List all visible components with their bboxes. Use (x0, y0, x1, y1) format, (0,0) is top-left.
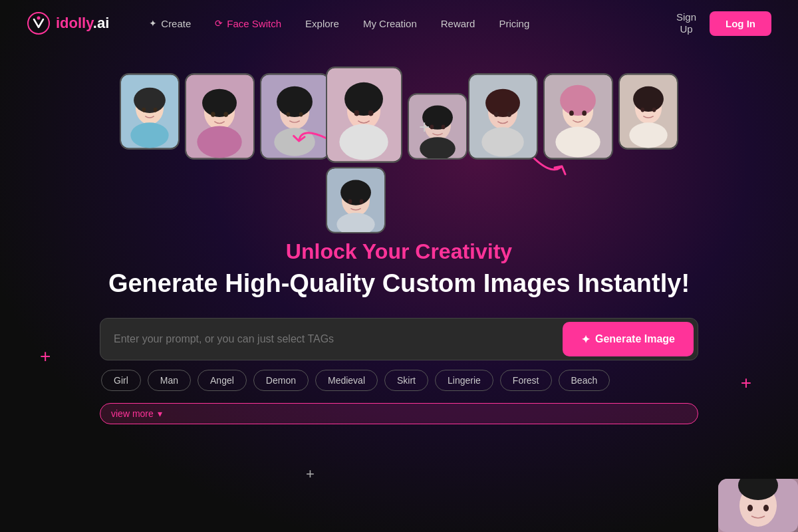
tag-skirt[interactable]: Skirt (384, 370, 428, 391)
headline-section: Unlock Your Creativity Generate High-Qua… (108, 239, 690, 298)
svg-point-37 (442, 125, 446, 130)
photo-card-center-sm (326, 167, 386, 233)
svg-point-60 (763, 505, 769, 511)
svg-point-47 (560, 85, 596, 116)
svg-point-12 (211, 112, 215, 117)
svg-point-54 (641, 108, 645, 112)
nav-links: ✦ Create ⟳ Face Switch Explore My Creati… (149, 18, 676, 29)
logo-text: idolly.ai (56, 15, 109, 32)
photo-card-right-2 (543, 73, 613, 160)
svg-point-40 (481, 127, 523, 156)
tags-section: Girl Man Angel Demon Medieval Skirt Ling… (100, 370, 698, 391)
svg-point-42 (494, 112, 499, 117)
svg-point-13 (223, 112, 228, 117)
svg-point-4 (130, 122, 168, 148)
svg-point-36 (430, 125, 434, 130)
photo-card-center-sm2 (408, 93, 467, 160)
svg-point-1 (37, 17, 41, 20)
plus-center: + (419, 116, 430, 138)
search-section: ✦ Generate Image (100, 318, 698, 360)
svg-point-59 (747, 505, 753, 511)
create-icon: ✦ (149, 18, 157, 29)
photo-card-1 (120, 73, 180, 150)
svg-point-5 (134, 88, 166, 113)
svg-point-52 (629, 122, 667, 148)
photo-card-center-main (326, 66, 402, 163)
photo-collage: + (100, 60, 698, 233)
view-more-section: view more ▾ (100, 398, 698, 424)
photo-card-right-3 (618, 73, 678, 150)
generate-button[interactable]: ✦ Generate Image (563, 322, 694, 356)
svg-point-41 (485, 89, 520, 117)
svg-point-0 (28, 13, 49, 34)
headline: Generate High-Quality Custom Images Inst… (108, 269, 690, 298)
nav-item-explore[interactable]: Explore (305, 18, 339, 29)
svg-point-11 (202, 89, 237, 117)
tagline: Unlock Your Creativity (108, 239, 690, 264)
tag-lingerie[interactable]: Lingerie (435, 370, 493, 391)
photo-group-center (326, 66, 467, 233)
svg-point-7 (154, 108, 158, 112)
search-bar: ✦ Generate Image (100, 318, 698, 360)
nav-item-reward[interactable]: Reward (441, 18, 475, 29)
photo-group-right (468, 73, 678, 160)
svg-point-48 (569, 110, 574, 116)
svg-point-19 (299, 112, 303, 117)
svg-point-49 (582, 110, 587, 116)
nav-item-create[interactable]: ✦ Create (149, 18, 191, 29)
log-in-button[interactable]: Log In (710, 11, 771, 36)
bottom-preview (718, 479, 798, 532)
svg-point-18 (287, 112, 291, 117)
tag-beach[interactable]: Beach (559, 370, 610, 391)
svg-point-23 (344, 82, 383, 116)
svg-point-25 (368, 110, 374, 116)
navbar: idolly.ai ✦ Create ⟳ Face Switch Explore… (0, 0, 798, 47)
photo-card-2 (185, 73, 255, 160)
hero-section: + (0, 47, 798, 424)
svg-point-10 (197, 126, 241, 158)
view-more-button[interactable]: view more ▾ (100, 403, 698, 424)
svg-point-22 (339, 124, 388, 160)
svg-point-17 (277, 86, 313, 117)
nav-item-my-creation[interactable]: My Creation (363, 18, 417, 29)
nav-item-face-switch[interactable]: ⟳ Face Switch (215, 18, 281, 29)
svg-point-53 (633, 86, 664, 112)
tag-angel[interactable]: Angel (198, 370, 247, 391)
prompt-input[interactable] (114, 333, 559, 345)
svg-point-55 (652, 108, 656, 112)
nav-right: SignUp Log In (676, 11, 771, 36)
logo[interactable]: idolly.ai (27, 11, 109, 35)
svg-point-24 (354, 110, 360, 116)
chevron-down-icon: ▾ (158, 408, 162, 419)
nav-item-pricing[interactable]: Pricing (499, 18, 529, 29)
tag-medieval[interactable]: Medieval (315, 370, 378, 391)
svg-point-31 (360, 200, 364, 204)
sparkle-icon: ✦ (581, 333, 590, 346)
svg-point-43 (507, 112, 511, 117)
tag-forest[interactable]: Forest (500, 370, 552, 391)
svg-point-6 (142, 108, 146, 112)
tag-demon[interactable]: Demon (253, 370, 309, 391)
svg-point-29 (340, 180, 371, 205)
tag-man[interactable]: Man (148, 370, 191, 391)
sign-up-button[interactable]: SignUp (676, 11, 696, 35)
tag-girl[interactable]: Girl (101, 370, 141, 391)
svg-point-46 (555, 126, 600, 157)
photo-card-right-1 (468, 73, 538, 160)
svg-point-30 (348, 200, 352, 204)
face-switch-icon: ⟳ (215, 18, 223, 29)
deco-plus-4: + (306, 466, 315, 483)
